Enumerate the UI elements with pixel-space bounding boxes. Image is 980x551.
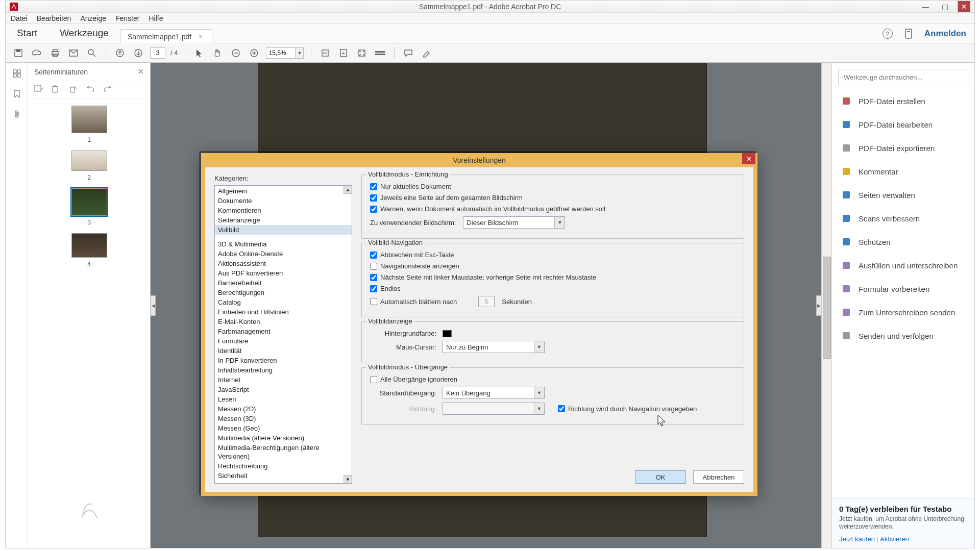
read-mode-icon[interactable] xyxy=(374,46,387,60)
categories-scroll-down-icon[interactable]: ▼ xyxy=(344,475,352,483)
document-tab-close-icon[interactable]: × xyxy=(199,33,203,40)
zoom-select[interactable]: 15,5% ▼ xyxy=(266,47,304,59)
bg-color-swatch[interactable] xyxy=(443,330,452,337)
autoflip-checkbox[interactable] xyxy=(370,298,377,305)
category-item[interactable]: Identität xyxy=(215,346,352,356)
search-icon[interactable] xyxy=(85,46,99,60)
print-icon[interactable] xyxy=(48,46,62,60)
category-item[interactable]: Berechtigungen xyxy=(215,288,352,297)
esc-cancel-checkbox[interactable] xyxy=(370,252,377,259)
category-item[interactable]: E-Mail-Konten xyxy=(215,317,352,327)
tool-item[interactable]: Senden und verfolgen xyxy=(832,324,974,347)
categories-scroll-up-icon[interactable]: ▲ xyxy=(344,186,352,194)
category-item[interactable]: Rechtschreibung xyxy=(215,461,352,471)
tools-search-input[interactable] xyxy=(838,69,968,85)
collapse-right-icon[interactable]: ▶ xyxy=(816,295,821,316)
menu-hilfe[interactable]: Hilfe xyxy=(149,14,163,22)
cursor-select[interactable]: Nur zu Beginn▼ xyxy=(443,341,545,353)
tool-item[interactable]: PDF-Datei erstellen xyxy=(832,89,974,113)
only-current-doc-checkbox[interactable] xyxy=(370,183,377,190)
menu-datei[interactable]: Datei xyxy=(11,14,28,22)
category-item[interactable]: Adobe Online-Dienste xyxy=(215,249,352,259)
ok-button[interactable]: OK xyxy=(635,470,686,484)
thumb-undo-icon[interactable] xyxy=(86,85,96,95)
loop-checkbox[interactable] xyxy=(370,285,377,292)
tab-werkzeuge[interactable]: Werkzeuge xyxy=(48,23,120,43)
category-item[interactable]: Allgemein xyxy=(215,186,352,196)
scrollbar-thumb[interactable] xyxy=(823,257,831,359)
thumbnails-rail-icon[interactable] xyxy=(11,68,22,79)
category-item[interactable]: Seitenanzeige xyxy=(215,215,352,225)
tool-item[interactable]: Seiten verwalten xyxy=(832,183,974,207)
menu-fenster[interactable]: Fenster xyxy=(115,14,139,22)
fit-page-icon[interactable]: + xyxy=(337,46,350,60)
category-item[interactable]: Messen (3D) xyxy=(215,414,352,423)
thumb-delete-icon[interactable] xyxy=(52,85,62,95)
category-item[interactable]: Kommentieren xyxy=(215,206,352,215)
category-item[interactable]: JavaScript xyxy=(215,385,352,394)
fit-width-icon[interactable] xyxy=(318,46,332,60)
minimize-button[interactable]: — xyxy=(919,1,932,12)
buy-now-link[interactable]: Jetzt kaufen xyxy=(839,535,875,543)
zoom-dropdown-icon[interactable]: ▼ xyxy=(296,47,304,59)
categories-list[interactable]: ▲ ▼ AllgemeinDokumenteKommentierenSeiten… xyxy=(214,185,352,484)
fit-visible-icon[interactable] xyxy=(355,46,369,60)
direction-by-nav-checkbox[interactable] xyxy=(558,405,565,412)
page-thumb-3[interactable]: 3 xyxy=(71,188,107,226)
tool-item[interactable]: Schützen xyxy=(832,230,974,254)
signin-link[interactable]: Anmelden xyxy=(924,29,966,39)
hand-tool-icon[interactable] xyxy=(211,46,224,60)
maximize-button[interactable]: ▢ xyxy=(939,1,951,12)
click-nav-checkbox[interactable] xyxy=(370,274,377,281)
tool-item[interactable]: Kommentar xyxy=(832,160,974,183)
thumb-options-icon[interactable] xyxy=(34,85,44,95)
page-thumb-4[interactable]: 4 xyxy=(71,233,107,268)
category-item[interactable]: Formulare xyxy=(215,336,352,346)
bookmark-rail-icon[interactable] xyxy=(11,88,22,99)
category-item[interactable]: Dokumente xyxy=(215,196,352,206)
category-item[interactable]: Messen (Geo) xyxy=(215,423,352,433)
tool-item[interactable]: Zum Unterschreiben senden xyxy=(832,300,974,324)
tab-start[interactable]: Start xyxy=(6,23,48,43)
cancel-button[interactable]: Abbrechen xyxy=(693,470,744,484)
document-tab[interactable]: Sammelmappe1.pdf × xyxy=(120,29,212,43)
category-item[interactable]: Multimedia (ältere Versionen) xyxy=(215,433,352,443)
category-item[interactable]: Sicherheit xyxy=(215,471,352,481)
category-item[interactable]: Aus PDF konvertieren xyxy=(215,268,352,278)
category-item[interactable]: Multimedia-Berechtigungen (ältere Versio… xyxy=(215,443,352,461)
category-item[interactable]: Aktionsassistent xyxy=(215,259,352,268)
save-icon[interactable] xyxy=(12,46,25,60)
attachment-rail-icon[interactable] xyxy=(11,109,22,120)
default-transition-select[interactable]: Kein Übergang▼ xyxy=(443,387,545,399)
show-navbar-checkbox[interactable] xyxy=(370,263,377,270)
thumb-rotate-icon[interactable] xyxy=(69,85,79,95)
dialog-close-button[interactable]: ✕ xyxy=(742,153,755,164)
category-item[interactable]: Lesen xyxy=(215,394,352,404)
category-item[interactable]: In PDF konvertieren xyxy=(215,356,352,365)
notifications-icon[interactable] xyxy=(904,29,913,39)
tool-item[interactable]: Ausfüllen und unterschreiben xyxy=(832,254,974,277)
menu-anzeige[interactable]: Anzeige xyxy=(80,14,106,22)
category-item[interactable]: Farbmanagement xyxy=(215,327,352,336)
cloud-icon[interactable] xyxy=(30,46,43,60)
pointer-tool-icon[interactable] xyxy=(192,46,206,60)
category-item[interactable]: Messen (2D) xyxy=(215,404,352,414)
category-item[interactable]: 3D & Multimedia xyxy=(215,239,352,249)
page-number-input[interactable] xyxy=(150,47,165,59)
thumb-redo-icon[interactable] xyxy=(104,85,114,95)
tool-item[interactable]: PDF-Datei exportieren xyxy=(832,136,974,160)
page-thumb-1[interactable]: 1 xyxy=(71,106,107,143)
tool-item[interactable]: Scans verbessern xyxy=(832,207,974,230)
page-down-icon[interactable] xyxy=(132,46,145,60)
zoom-out-icon[interactable] xyxy=(229,46,242,60)
category-item[interactable]: Inhaltsbearbeitung xyxy=(215,365,352,375)
highlight-icon[interactable] xyxy=(420,46,433,60)
warn-fullscreen-checkbox[interactable] xyxy=(370,206,377,213)
comment-icon[interactable] xyxy=(402,46,415,60)
activate-link[interactable]: Aktivieren xyxy=(880,535,909,543)
menu-bearbeiten[interactable]: Bearbeiten xyxy=(37,14,71,22)
autoflip-seconds-input[interactable] xyxy=(478,296,495,307)
email-icon[interactable] xyxy=(67,46,80,60)
tool-item[interactable]: PDF-Datei bearbeiten xyxy=(832,113,974,136)
thumbnails-close-icon[interactable]: ✕ xyxy=(137,67,144,77)
